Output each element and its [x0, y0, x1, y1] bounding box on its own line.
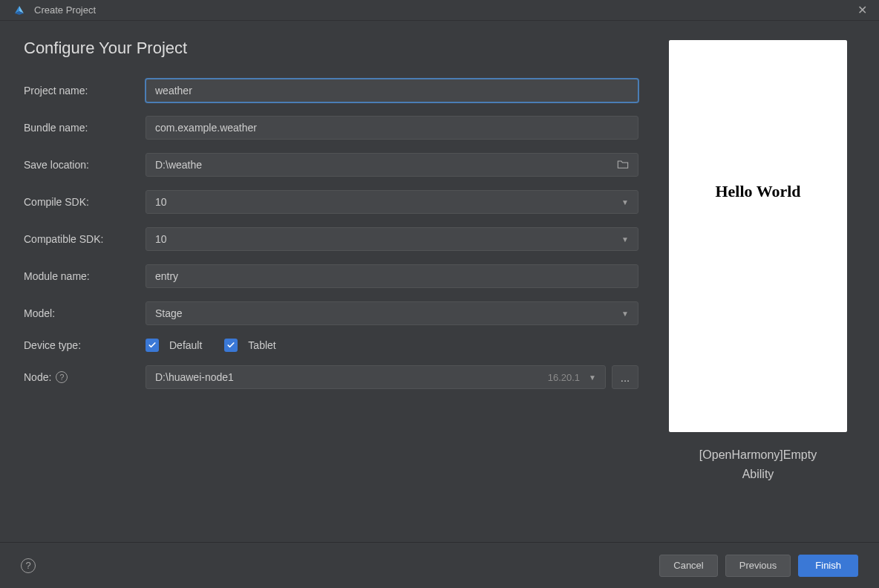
- preview-hello-text: Hello World: [715, 182, 800, 201]
- preview-panel: Hello World [OpenHarmony]Empty Ability: [661, 39, 855, 527]
- chevron-down-icon: ▼: [621, 235, 629, 244]
- node-select[interactable]: D:\huawei-node1 16.20.1 ▼: [146, 365, 606, 389]
- model-select[interactable]: Stage ▼: [146, 301, 638, 325]
- label-node: Node: ?: [24, 371, 140, 383]
- close-icon[interactable]: ✕: [855, 3, 870, 17]
- row-model: Model: Stage ▼: [24, 301, 638, 325]
- label-node-text: Node:: [24, 371, 51, 383]
- node-version: 16.20.1: [548, 372, 580, 383]
- label-device-type: Device type:: [24, 339, 140, 351]
- node-browse-button[interactable]: ...: [612, 365, 638, 389]
- save-location-text[interactable]: [155, 159, 617, 171]
- compat-sdk-select[interactable]: 10 ▼: [146, 227, 638, 251]
- checkbox-tablet-label: Tablet: [248, 339, 275, 351]
- content-area: Configure Your Project Project name: Bun…: [0, 21, 879, 542]
- row-save-location: Save location:: [24, 153, 638, 177]
- project-name-input[interactable]: [146, 79, 638, 102]
- chevron-down-icon: ▼: [589, 373, 596, 382]
- label-project-name: Project name:: [24, 85, 140, 97]
- compile-sdk-value: 10: [155, 196, 167, 208]
- app-logo-icon: [13, 4, 25, 16]
- label-bundle-name: Bundle name:: [24, 122, 140, 134]
- label-compile-sdk: Compile SDK:: [24, 196, 140, 208]
- title-bar: Create Project ✕: [0, 0, 879, 21]
- project-name-text[interactable]: [155, 85, 629, 97]
- row-compat-sdk: Compatible SDK: 10 ▼: [24, 227, 638, 251]
- finish-button[interactable]: Finish: [798, 555, 858, 577]
- chevron-down-icon: ▼: [621, 198, 629, 206]
- model-value: Stage: [155, 307, 183, 319]
- footer: ? Cancel Previous Finish: [0, 542, 879, 588]
- compat-sdk-value: 10: [155, 233, 167, 245]
- module-name-text[interactable]: [155, 270, 629, 282]
- page-title: Configure Your Project: [24, 39, 638, 58]
- help-icon[interactable]: ?: [56, 371, 68, 383]
- previous-button[interactable]: Previous: [725, 555, 791, 577]
- label-model: Model:: [24, 307, 140, 319]
- preview-caption-line2: Ability: [699, 465, 817, 484]
- footer-help-icon[interactable]: ?: [21, 558, 36, 573]
- bundle-name-text[interactable]: [155, 122, 629, 134]
- form-area: Configure Your Project Project name: Bun…: [24, 39, 638, 527]
- row-device-type: Device type: Default Tablet: [24, 339, 638, 352]
- row-bundle-name: Bundle name:: [24, 116, 638, 140]
- label-module-name: Module name:: [24, 270, 140, 282]
- bundle-name-input[interactable]: [146, 116, 638, 140]
- preview-caption-line1: [OpenHarmony]Empty: [699, 445, 817, 465]
- row-compile-sdk: Compile SDK: 10 ▼: [24, 190, 638, 214]
- cancel-button[interactable]: Cancel: [659, 555, 717, 577]
- checkbox-tablet[interactable]: [224, 339, 238, 352]
- save-location-input[interactable]: [146, 153, 638, 177]
- folder-icon[interactable]: [617, 159, 629, 172]
- row-node: Node: ? D:\huawei-node1 16.20.1 ▼ ...: [24, 365, 638, 389]
- module-name-input[interactable]: [146, 264, 638, 288]
- label-compat-sdk: Compatible SDK:: [24, 233, 140, 245]
- preview-caption: [OpenHarmony]Empty Ability: [699, 445, 817, 483]
- compile-sdk-select[interactable]: 10 ▼: [146, 190, 638, 214]
- row-project-name: Project name:: [24, 79, 638, 102]
- row-module-name: Module name:: [24, 264, 638, 288]
- chevron-down-icon: ▼: [621, 310, 629, 318]
- label-save-location: Save location:: [24, 159, 140, 171]
- node-value: D:\huawei-node1: [155, 371, 234, 383]
- window-title: Create Project: [34, 4, 96, 16]
- checkbox-default[interactable]: [146, 339, 159, 352]
- checkbox-default-label: Default: [169, 339, 202, 351]
- preview-device: Hello World: [669, 40, 847, 432]
